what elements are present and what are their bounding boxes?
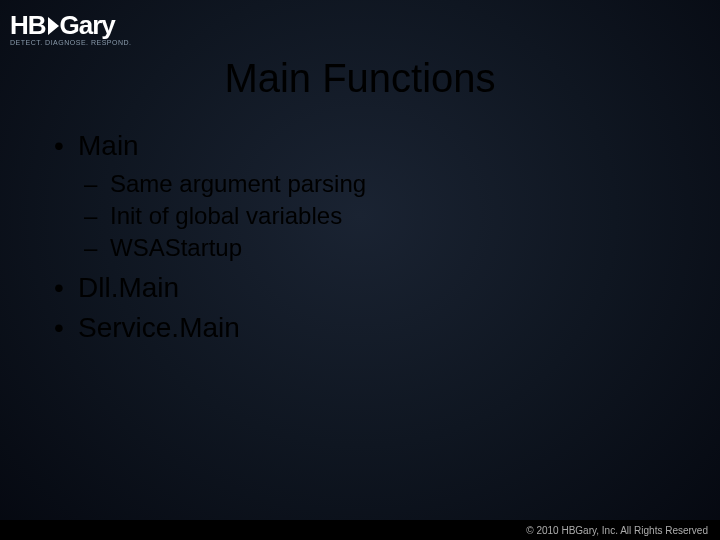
sub-bullet-text: Same argument parsing xyxy=(110,170,366,197)
bullet-servicemain: Service.Main xyxy=(52,312,366,344)
arrow-icon xyxy=(48,17,59,35)
footer-copyright: © 2010 HBGary, Inc. All Rights Reserved xyxy=(526,525,708,536)
bullet-text: Dll.Main xyxy=(78,272,179,303)
bullet-dllmain: Dll.Main xyxy=(52,272,366,304)
logo-tagline: DETECT. DIAGNOSE. RESPOND. xyxy=(10,39,132,46)
bullet-text: Service.Main xyxy=(78,312,240,343)
sub-bullet: WSAStartup xyxy=(84,234,366,262)
bullet-text: Main xyxy=(78,130,139,161)
sub-bullet-text: WSAStartup xyxy=(110,234,242,261)
logo-hb-text: HB xyxy=(10,10,46,41)
logo: HB Gary DETECT. DIAGNOSE. RESPOND. xyxy=(10,10,132,46)
logo-gary-text: Gary xyxy=(60,10,115,41)
footer: © 2010 HBGary, Inc. All Rights Reserved xyxy=(0,520,720,540)
sub-bullet: Same argument parsing xyxy=(84,170,366,198)
slide-title: Main Functions xyxy=(0,56,720,101)
sub-list: Same argument parsing Init of global var… xyxy=(52,170,366,262)
slide-content: Main Same argument parsing Init of globa… xyxy=(52,130,366,352)
logo-main: HB Gary xyxy=(10,10,115,41)
sub-bullet-text: Init of global variables xyxy=(110,202,342,229)
bullet-main: Main xyxy=(52,130,366,162)
sub-bullet: Init of global variables xyxy=(84,202,366,230)
